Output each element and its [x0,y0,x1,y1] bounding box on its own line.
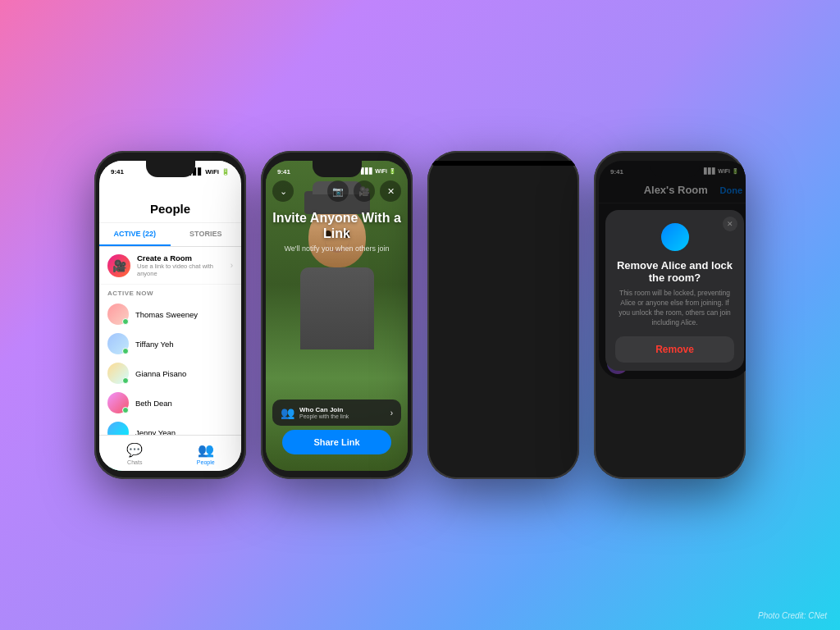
remove-modal: ✕ Remove Alice and lock the room? This r… [605,210,744,371]
create-room-text: Create a Room Use a link to video chat w… [137,253,224,277]
camera-flip-btn[interactable]: 📷 [327,180,349,202]
phone-4: 9:41 ▋▋▋ WiFi 🔋 Alex's Room Done 🔒 Lock … [594,151,746,479]
notch-2 [313,161,362,177]
phone-1: 9:41 ▋▋▋ WiFi 🔋 People ACTIVE (22) STORI… [94,151,246,479]
people-icon: 👥 [198,442,214,458]
chevron-right-icon: › [231,261,233,270]
phone-3-screen: 9:41 ▋▋▋ WiFi 🔋 ⚪ 👥 🎤 📞 [432,161,579,166]
invite-title: Invite Anyone With a Link [266,210,408,241]
create-room-icon: 🎥 [107,254,130,277]
nav-people[interactable]: 👥 People [171,442,242,465]
avatar-3 [107,363,129,384]
contact-row-2[interactable]: Tiffany Yeh [99,329,241,358]
share-link-button[interactable]: Share Link [282,430,391,454]
contact-name-1: Thomas Sweeney [135,310,198,319]
phone-4-screen: 9:41 ▋▋▋ WiFi 🔋 Alex's Room Done 🔒 Lock … [599,161,746,379]
ctrl-group: 📷 🎥 ✕ [327,180,401,202]
chevron-icon: › [390,409,393,418]
top-controls: ⌄ 📷 🎥 ✕ [272,180,401,202]
time-2: 9:41 [277,168,290,176]
modal-title: Remove Alice and lock the room? [615,259,734,284]
chat-icon: 💬 [126,442,143,458]
main-container: 9:41 ▋▋▋ WiFi 🔋 People ACTIVE (22) STORI… [78,135,762,495]
phone-2: 9:41 ▋▋▋ WiFi 🔋 ⌄ 📷 🎥 ✕ Invite Anyone Wi… [261,151,413,479]
who-can-join-text: Who Can Join People with the link [299,406,386,419]
group-icon: 👥 [281,406,294,419]
avatar-1 [107,304,129,325]
contact-row-1[interactable]: Thomas Sweeney [99,299,241,329]
tab-stories[interactable]: STORIES [171,223,242,246]
people-header: People [99,179,241,223]
down-arrow-btn[interactable]: ⌄ [272,180,294,202]
tab-active[interactable]: ACTIVE (22) [99,223,171,246]
person-body [300,267,374,349]
contact-name-2: Tiffany Yeh [135,340,173,349]
phone-2-screen: 9:41 ▋▋▋ WiFi 🔋 ⌄ 📷 🎥 ✕ Invite Anyone Wi… [266,161,408,471]
remove-button[interactable]: Remove [615,336,734,363]
modal-body: This room will be locked, preventing Ali… [615,289,734,328]
invite-sub: We'll notify you when others join [266,244,408,253]
contact-row-4[interactable]: Beth Dean [99,388,241,418]
contact-row-3[interactable]: Gianna Pisano [99,358,241,388]
avatar-4 [107,392,129,413]
modal-overlay: ✕ Remove Alice and lock the room? This r… [599,161,746,379]
people-tabs: ACTIVE (22) STORIES [99,223,241,247]
close-btn[interactable]: ✕ [380,180,401,202]
create-room-row[interactable]: 🎥 Create a Room Use a link to video chat… [99,247,241,285]
time-1: 9:41 [111,168,124,176]
status-icons-2: ▋▋▋ WiFi 🔋 [361,168,396,175]
nav-chats[interactable]: 💬 Chats [99,442,171,465]
alice-avatar [660,221,691,253]
phone-1-screen: 9:41 ▋▋▋ WiFi 🔋 People ACTIVE (22) STORI… [99,161,241,471]
bottom-nav: 💬 Chats 👥 People [99,435,241,471]
avatar-2 [107,333,129,354]
modal-close-btn[interactable]: ✕ [723,217,737,231]
video-btn[interactable]: 🎥 [354,180,375,202]
contact-name-beth: Beth Dean [135,399,172,408]
notch-1 [146,161,195,177]
video-call-controls: ⚪ 👥 🎤 📞 [432,161,579,166]
who-can-join-row[interactable]: 👥 Who Can Join People with the link › [272,399,401,426]
alice-avatar-wrap [615,221,734,253]
invite-overlay: Invite Anyone With a Link We'll notify y… [266,210,408,253]
contact-name-3: Gianna Pisano [135,369,186,378]
active-now-label: ACTIVE NOW [99,285,241,299]
photo-credit: Photo Credit: CNet [758,611,827,620]
phone-3: 9:41 ▋▋▋ WiFi 🔋 ⚪ 👥 🎤 📞 [427,151,579,479]
